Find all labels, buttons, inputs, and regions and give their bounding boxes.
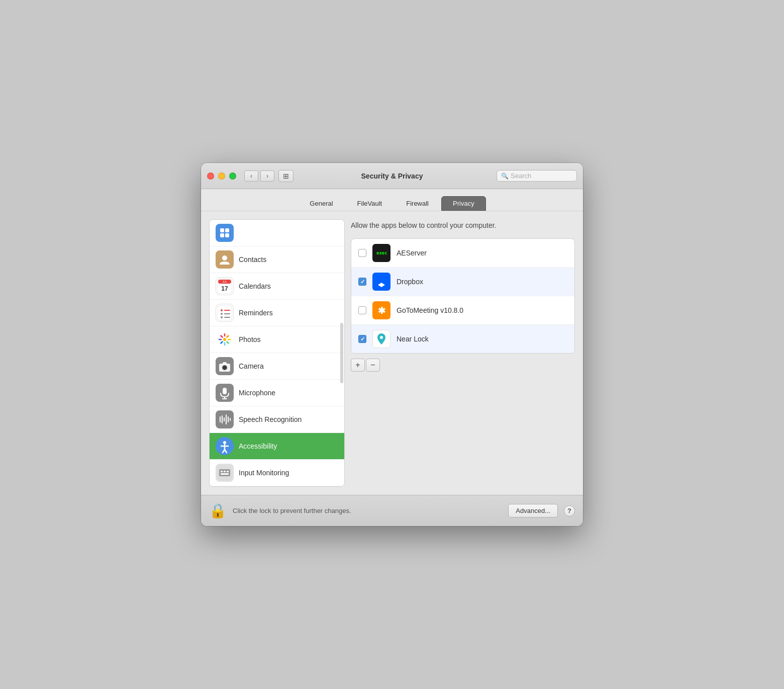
svg-point-12 <box>221 313 223 315</box>
apps-list: exec AEServer Dropbox <box>351 238 575 354</box>
sidebar-item-camera[interactable]: Camera <box>210 353 344 380</box>
svg-rect-39 <box>224 417 225 421</box>
svg-rect-10 <box>217 305 232 320</box>
close-button[interactable] <box>207 173 214 180</box>
svg-rect-40 <box>226 414 227 424</box>
sidebar-label-photos: Photos <box>239 335 261 343</box>
aeserver-checkbox[interactable] <box>358 249 366 257</box>
top-icon <box>216 224 234 242</box>
main-content: Contacts 17 JUL Calendars <box>201 211 583 495</box>
remove-button[interactable]: − <box>366 359 380 372</box>
input-icon <box>216 464 234 482</box>
table-row: Dropbox <box>351 268 574 296</box>
grid-button[interactable]: ⊞ <box>278 170 293 182</box>
table-row: Near Lock <box>351 325 574 353</box>
svg-rect-3 <box>225 233 229 237</box>
dropbox-icon <box>372 273 390 291</box>
tab-firewall[interactable]: Firewall <box>395 196 440 211</box>
sidebar-item-speech-recognition[interactable]: Speech Recognition <box>210 406 344 433</box>
svg-rect-52 <box>224 471 226 472</box>
aeserver-name: AEServer <box>397 249 427 257</box>
forward-button[interactable]: › <box>260 170 274 182</box>
sidebar-label-accessibility: Accessibility <box>239 442 277 450</box>
sidebar: Contacts 17 JUL Calendars <box>209 219 345 487</box>
svg-rect-51 <box>221 471 223 472</box>
sidebar-scrollbar[interactable] <box>340 323 343 383</box>
svg-rect-50 <box>219 469 230 476</box>
svg-rect-42 <box>230 418 231 421</box>
svg-rect-16 <box>224 317 230 318</box>
svg-point-13 <box>221 316 223 318</box>
advanced-button[interactable]: Advanced... <box>508 504 558 518</box>
accessibility-icon <box>216 437 234 455</box>
svg-rect-15 <box>224 313 230 314</box>
svg-rect-0 <box>220 228 224 232</box>
svg-point-5 <box>222 255 227 261</box>
tab-general[interactable]: General <box>298 196 344 211</box>
search-input[interactable] <box>511 172 572 180</box>
sidebar-label-reminders: Reminders <box>239 309 273 317</box>
maximize-button[interactable] <box>229 173 236 180</box>
svg-rect-54 <box>221 473 229 475</box>
nearlock-checkbox[interactable] <box>358 335 366 343</box>
back-button[interactable]: ‹ <box>244 170 258 182</box>
sidebar-item-contacts[interactable]: Contacts <box>210 246 344 273</box>
gotomeeting-checkbox[interactable] <box>358 306 366 314</box>
svg-rect-38 <box>222 415 223 423</box>
tab-filevault[interactable]: FileVault <box>346 196 394 211</box>
svg-rect-37 <box>220 416 221 422</box>
dropbox-name: Dropbox <box>397 278 423 286</box>
svg-rect-31 <box>223 362 227 365</box>
add-button[interactable]: + <box>351 359 365 372</box>
minimize-button[interactable] <box>218 173 225 180</box>
svg-rect-33 <box>223 388 227 394</box>
svg-rect-53 <box>227 471 229 472</box>
sidebar-item-microphone[interactable]: Microphone <box>210 380 344 406</box>
sidebar-item-top[interactable] <box>210 220 344 246</box>
gotomeeting-name: GoToMeeting v10.8.0 <box>397 306 463 314</box>
svg-text:17: 17 <box>221 285 228 292</box>
list-buttons: + − <box>351 359 575 372</box>
sidebar-item-input-monitoring[interactable]: Input Monitoring <box>210 460 344 486</box>
sidebar-item-photos[interactable]: Photos <box>210 326 344 353</box>
lock-icon[interactable]: 🔒 <box>209 502 227 519</box>
microphone-icon <box>216 384 234 402</box>
svg-rect-2 <box>220 233 224 237</box>
nav-buttons: ‹ › <box>244 170 274 182</box>
gotomeeting-icon: ✱ <box>372 301 390 319</box>
svg-rect-41 <box>228 416 229 422</box>
titlebar: ‹ › ⊞ Security & Privacy 🔍 <box>201 163 583 189</box>
camera-icon <box>216 357 234 375</box>
sidebar-label-speech: Speech Recognition <box>239 415 302 423</box>
right-panel: Allow the apps below to control your com… <box>351 219 575 487</box>
svg-point-61 <box>380 336 383 339</box>
svg-text:✱: ✱ <box>378 306 385 316</box>
speech-icon <box>216 410 234 428</box>
bottom-bar: 🔒 Click the lock to prevent further chan… <box>201 495 583 526</box>
svg-rect-14 <box>224 310 230 311</box>
table-row: exec AEServer <box>351 239 574 268</box>
sidebar-label-contacts: Contacts <box>239 255 266 264</box>
svg-text:exec: exec <box>376 250 387 255</box>
main-window: ‹ › ⊞ Security & Privacy 🔍 General FileV… <box>201 163 583 526</box>
sidebar-item-calendars[interactable]: 17 JUL Calendars <box>210 273 344 300</box>
calendars-icon: 17 JUL <box>216 277 234 295</box>
search-box[interactable]: 🔍 <box>497 170 577 182</box>
sidebar-item-reminders[interactable]: Reminders <box>210 300 344 326</box>
help-button[interactable]: ? <box>564 505 575 516</box>
photos-icon <box>216 330 234 349</box>
svg-point-11 <box>221 309 223 311</box>
panel-description: Allow the apps below to control your com… <box>351 219 575 231</box>
dropbox-checkbox[interactable] <box>358 278 366 286</box>
reminders-icon <box>216 304 234 322</box>
sidebar-item-accessibility[interactable]: Accessibility <box>210 433 344 460</box>
sidebar-scroll[interactable]: Contacts 17 JUL Calendars <box>210 220 344 486</box>
sidebar-label-calendars: Calendars <box>239 282 271 290</box>
tab-privacy[interactable]: Privacy <box>441 196 486 211</box>
sidebar-label-input: Input Monitoring <box>239 469 289 477</box>
search-icon: 🔍 <box>501 173 509 180</box>
nearlock-icon <box>372 330 390 348</box>
aeserver-icon: exec <box>372 244 390 262</box>
traffic-lights <box>207 173 236 180</box>
svg-text:JUL: JUL <box>223 280 227 283</box>
